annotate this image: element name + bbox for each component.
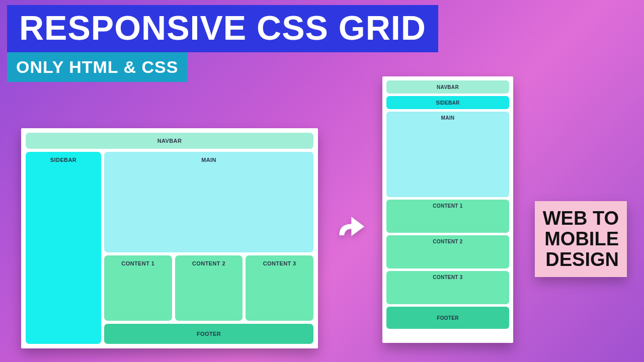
mobile-content-2: CONTENT 2 (386, 235, 509, 268)
desktop-layout-card: NAVBAR SIDEBAR MAIN CONTENT 1 CONTENT 2 … (21, 128, 318, 348)
mobile-navbar: NAVBAR (386, 80, 509, 94)
desktop-navbar: NAVBAR (26, 133, 313, 149)
mobile-sidebar: SIDEBAR (386, 96, 509, 109)
mobile-footer: FOOTER (386, 307, 509, 329)
callout-line-1: WEB TO (543, 208, 619, 229)
callout-line-3: DESIGN (545, 249, 619, 270)
mobile-grid: NAVBAR SIDEBAR MAIN CONTENT 1 CONTENT 2 … (386, 80, 509, 339)
desktop-sidebar: SIDEBAR (26, 152, 101, 344)
desktop-footer: FOOTER (104, 324, 313, 344)
desktop-content-3: CONTENT 3 (246, 255, 313, 321)
mobile-content-3: CONTENT 3 (386, 271, 509, 304)
headline-banner: RESPONSIVE CSS GRID (7, 5, 438, 52)
mobile-layout-card: NAVBAR SIDEBAR MAIN CONTENT 1 CONTENT 2 … (382, 76, 513, 343)
callout-line-2: MOBILE (544, 228, 619, 249)
desktop-content-1: CONTENT 1 (104, 255, 172, 321)
desktop-content-2: CONTENT 2 (175, 255, 243, 321)
callout-card: WEB TO MOBILE DESIGN (535, 201, 627, 277)
desktop-main: MAIN (104, 152, 313, 252)
arrow-icon (332, 207, 372, 247)
mobile-main: MAIN (386, 112, 509, 197)
mobile-content-1: CONTENT 1 (386, 200, 509, 233)
subhead-banner: ONLY HTML & CSS (7, 52, 187, 82)
desktop-grid: NAVBAR SIDEBAR MAIN CONTENT 1 CONTENT 2 … (26, 133, 313, 344)
